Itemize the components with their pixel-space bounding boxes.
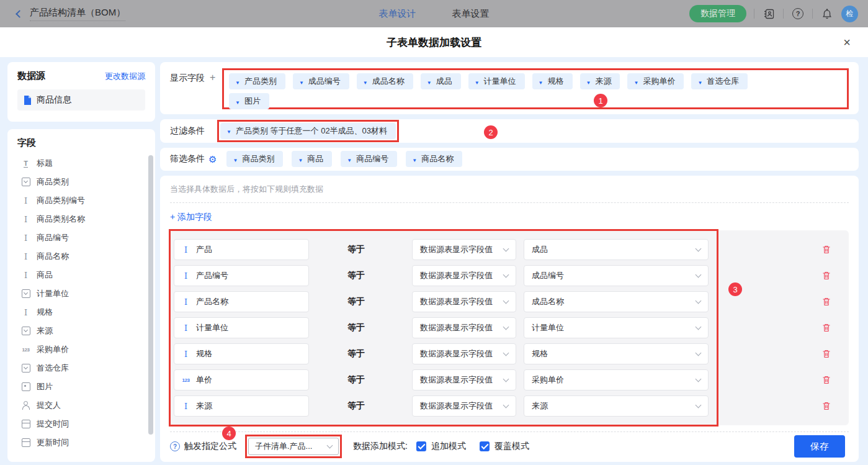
gear-icon[interactable]: ⚙ <box>208 155 217 164</box>
close-icon[interactable]: × <box>839 35 854 50</box>
field-list-item[interactable]: 标题 <box>17 154 155 173</box>
field-list-item[interactable]: 商品名称 <box>17 247 155 266</box>
display-field-chip[interactable]: 首选仓库 <box>691 73 748 89</box>
field-type-icon <box>20 382 31 392</box>
display-field-chip[interactable]: 图片 <box>229 93 269 109</box>
delete-row-button[interactable] <box>821 323 831 333</box>
field-list-item[interactable]: 商品 <box>17 266 155 284</box>
delete-row-button[interactable] <box>821 349 831 359</box>
field-list-item[interactable]: 来源 <box>17 322 155 340</box>
screen-filter-chip[interactable]: 商品编号 <box>341 151 397 167</box>
display-field-chip[interactable]: 成品 <box>421 73 461 89</box>
display-field-chip[interactable]: 成品编号 <box>293 73 349 89</box>
field-list-item[interactable]: 图片 <box>17 377 155 396</box>
rule-field-input[interactable]: 产品编号 <box>174 265 309 286</box>
scrollbar-thumb[interactable] <box>148 155 153 435</box>
delete-row-button[interactable] <box>821 271 831 281</box>
help-circle-icon[interactable]: ? <box>170 441 180 451</box>
display-field-chip[interactable]: 来源 <box>580 73 620 89</box>
rule-source-dropdown[interactable]: 数据源表显示字段值 <box>412 395 516 417</box>
help-icon[interactable]: ? <box>791 7 805 20</box>
question-mark: ? <box>792 8 803 19</box>
display-field-chip[interactable]: 产品类别 <box>229 73 285 89</box>
tab-form-settings[interactable]: 表单设置 <box>452 8 490 20</box>
rule-value-dropdown[interactable]: 规格 <box>524 343 709 364</box>
delete-row-button[interactable] <box>821 297 831 307</box>
screen-filter-chip[interactable]: 商品 <box>292 151 332 167</box>
tab-form-design[interactable]: 表单设计 <box>379 8 416 20</box>
field-list-item[interactable]: 更新时间 <box>17 433 155 452</box>
field-list-item[interactable]: 提交人 <box>17 396 155 415</box>
delete-row-button[interactable] <box>821 401 831 411</box>
display-field-chip[interactable]: 计量单位 <box>468 73 525 89</box>
contacts-icon[interactable] <box>762 7 776 20</box>
mode-options: 追加模式 覆盖模式 <box>416 441 529 452</box>
filter-chip[interactable]: 产品类别 等于任意一个 02半成品、03材料 <box>220 123 396 139</box>
rule-value-dropdown[interactable]: 成品 <box>524 239 709 260</box>
delete-row-button[interactable] <box>821 245 831 255</box>
notification-bell-icon[interactable] <box>820 7 834 20</box>
mode-checkbox[interactable] <box>416 441 426 451</box>
mode-checkbox[interactable] <box>480 441 490 451</box>
rule-value-dropdown[interactable]: 采购单价 <box>524 369 709 391</box>
rule-value-dropdown[interactable]: 成品名称 <box>524 291 709 312</box>
rule-field-input[interactable]: 产品 <box>174 239 309 260</box>
field-label: 商品编号 <box>37 232 69 243</box>
display-field-chip[interactable]: 规格 <box>532 73 573 89</box>
chip-label: 成品 <box>436 76 452 87</box>
rule-operator: 等于 <box>347 244 383 255</box>
field-list-item[interactable]: 提交时间 <box>17 415 155 433</box>
rule-row: 计量单位 等于 数据源表显示字段值 计量单位 <box>174 317 845 338</box>
rule-field-input[interactable]: 单价 <box>174 369 309 391</box>
rule-field-input[interactable]: 来源 <box>174 395 309 417</box>
datasource-item[interactable]: 商品信息 <box>17 89 145 111</box>
back-button[interactable] <box>10 6 26 22</box>
data-manage-button[interactable]: 数据管理 <box>689 5 746 22</box>
field-list-item[interactable]: 采购单价 <box>17 340 155 359</box>
field-label: 来源 <box>37 325 53 336</box>
rule-source-dropdown[interactable]: 数据源表显示字段值 <box>412 291 516 312</box>
field-list-item[interactable]: 商品类别 <box>17 173 155 191</box>
chevron-down-icon <box>696 350 702 356</box>
field-list-item[interactable]: 首选仓库 <box>17 359 155 377</box>
form-title[interactable]: 产品结构清单（BOM） <box>30 7 125 21</box>
field-list-item[interactable]: 商品类别名称 <box>17 210 155 228</box>
screen-filter-chip[interactable]: 商品类别 <box>226 151 283 167</box>
fields-card: 字段 标题 商品类别 商品类别编号 <box>7 129 155 462</box>
screen-filter-chip[interactable]: 商品名称 <box>406 151 462 167</box>
field-type-icon <box>20 307 31 317</box>
add-field-link[interactable]: + 添加字段 <box>170 212 212 223</box>
change-datasource-link[interactable]: 更改数据源 <box>105 71 145 82</box>
rule-source-dropdown[interactable]: 数据源表显示字段值 <box>412 239 516 260</box>
datasource-card: 数据源 更改数据源 商品信息 <box>7 62 155 122</box>
trash-icon <box>821 271 831 281</box>
field-type-icon <box>20 400 31 410</box>
field-label: 提交时间 <box>37 418 69 430</box>
field-type-icon <box>181 271 191 281</box>
rule-field-input[interactable]: 产品名称 <box>174 291 309 312</box>
field-list-item[interactable]: 计量单位 <box>17 284 155 303</box>
field-list-item[interactable]: 商品编号 <box>17 228 155 247</box>
rule-value-dropdown[interactable]: 计量单位 <box>524 317 709 338</box>
rule-source-dropdown[interactable]: 数据源表显示字段值 <box>412 343 516 364</box>
rule-value-dropdown[interactable]: 成品编号 <box>524 265 709 286</box>
display-field-chip[interactable]: 采购单价 <box>627 73 684 89</box>
rule-source-dropdown[interactable]: 数据源表显示字段值 <box>412 369 516 391</box>
trigger-formula-dropdown[interactable]: 子件清单.产品... <box>248 438 339 455</box>
add-display-field-button[interactable]: + <box>210 73 215 83</box>
chevron-down-icon <box>633 77 638 86</box>
rule-source-dropdown[interactable]: 数据源表显示字段值 <box>412 265 516 286</box>
display-field-chip[interactable]: 成品名称 <box>357 73 413 89</box>
annotation-box-1: 产品类别 成品编号 成品名称 <box>222 68 849 109</box>
rule-field-input[interactable]: 计量单位 <box>174 317 309 338</box>
field-list-item[interactable]: 规格 <box>17 303 155 322</box>
avatar[interactable]: 检 <box>841 6 858 22</box>
chevron-down-icon <box>503 402 509 408</box>
rule-source-dropdown[interactable]: 数据源表显示字段值 <box>412 317 516 338</box>
field-list-item[interactable]: 商品类别编号 <box>17 191 155 210</box>
save-button[interactable]: 保存 <box>794 435 845 458</box>
rule-value-dropdown[interactable]: 来源 <box>524 395 709 417</box>
chevron-down-icon <box>696 402 702 408</box>
delete-row-button[interactable] <box>821 375 831 385</box>
rule-field-input[interactable]: 规格 <box>174 343 309 364</box>
